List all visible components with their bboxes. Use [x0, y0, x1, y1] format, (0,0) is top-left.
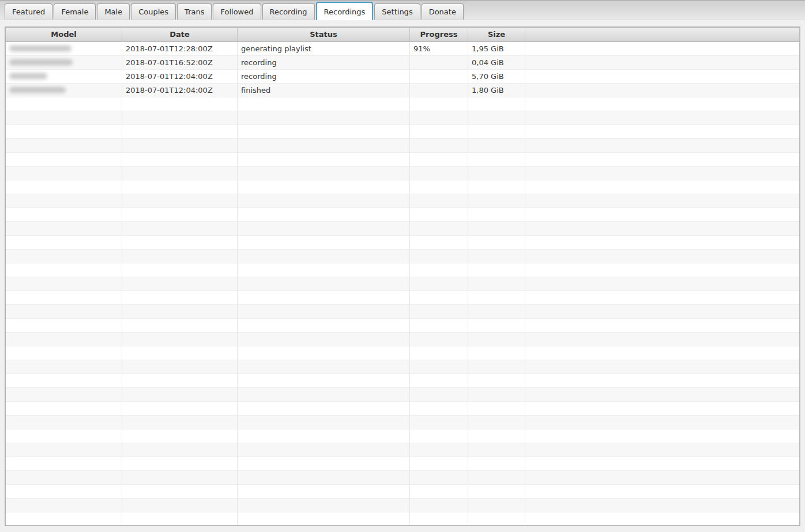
cell-date: [122, 319, 238, 333]
redacted-model-name: [9, 46, 72, 52]
cell-filler: [525, 277, 799, 291]
cell-filler: [525, 97, 799, 111]
table-row[interactable]: 2018-07-01T12:28:00Zgenerating playlist9…: [6, 42, 799, 56]
cell-model: [6, 222, 122, 236]
cell-progress: [410, 277, 468, 291]
table-row-empty: [6, 319, 799, 333]
cell-filler: [525, 305, 799, 319]
cell-status: [238, 499, 410, 512]
cell-size: [468, 139, 525, 153]
cell-status: [238, 485, 410, 499]
table-row-empty: [6, 346, 799, 360]
cell-progress: [410, 263, 468, 277]
cell-date: [122, 346, 238, 360]
cell-filler: [525, 167, 799, 180]
cell-status: [238, 263, 410, 277]
cell-status: [238, 402, 410, 416]
column-header-status[interactable]: Status: [238, 28, 410, 41]
cell-status: [238, 416, 410, 429]
cell-filler: [525, 360, 799, 374]
cell-progress: [410, 499, 468, 512]
cell-progress: [410, 56, 468, 70]
table-row-empty: [6, 277, 799, 291]
tab-male[interactable]: Male: [97, 3, 130, 20]
cell-date: [122, 443, 238, 457]
redacted-model-name: [9, 87, 66, 93]
cell-size: [468, 167, 525, 180]
cell-filler: [525, 42, 799, 56]
cell-progress: [410, 471, 468, 485]
cell-filler: [525, 429, 799, 443]
cell-status: [238, 374, 410, 388]
cell-filler: [525, 208, 799, 222]
tab-trans[interactable]: Trans: [177, 3, 212, 20]
cell-size: [468, 485, 525, 499]
cell-date: [122, 402, 238, 416]
cell-progress: [410, 360, 468, 374]
table-row[interactable]: 2018-07-01T12:04:00Zrecording5,70 GiB: [6, 70, 799, 84]
cell-size: [468, 180, 525, 194]
cell-progress: [410, 222, 468, 236]
column-header-filler: [525, 28, 799, 41]
tab-female[interactable]: Female: [54, 3, 96, 20]
redacted-model-name: [9, 73, 47, 80]
cell-filler: [525, 125, 799, 139]
tab-donate[interactable]: Donate: [422, 3, 464, 20]
cell-model: [6, 429, 122, 443]
cell-model: [6, 42, 122, 56]
column-header-progress[interactable]: Progress: [410, 28, 468, 41]
tab-featured[interactable]: Featured: [5, 3, 52, 20]
cell-date: [122, 125, 238, 139]
column-header-model[interactable]: Model: [6, 28, 122, 41]
cell-date: [122, 360, 238, 374]
cell-model: [6, 499, 122, 512]
table-row-empty: [6, 97, 799, 111]
cell-model: [6, 236, 122, 250]
tab-settings[interactable]: Settings: [374, 3, 420, 20]
cell-filler: [525, 250, 799, 263]
cell-size: [468, 277, 525, 291]
cell-date: [122, 305, 238, 319]
cell-model: [6, 319, 122, 333]
cell-status: [238, 443, 410, 457]
tab-couples[interactable]: Couples: [131, 3, 176, 20]
tab-recordings[interactable]: Recordings: [316, 2, 374, 20]
cell-date: [122, 485, 238, 499]
cell-filler: [525, 346, 799, 360]
cell-size: [468, 208, 525, 222]
cell-size: 5,70 GiB: [468, 70, 525, 84]
tab-recording[interactable]: Recording: [262, 3, 315, 20]
cell-filler: [525, 388, 799, 402]
cell-size: [468, 222, 525, 236]
cell-progress: [410, 208, 468, 222]
cell-status: [238, 236, 410, 250]
cell-model: [6, 333, 122, 346]
table-row-empty: [6, 125, 799, 139]
cell-progress: [410, 402, 468, 416]
table-row[interactable]: 2018-07-01T16:52:00Zrecording0,04 GiB: [6, 56, 799, 70]
cell-size: [468, 416, 525, 429]
cell-date: [122, 388, 238, 402]
cell-date: [122, 263, 238, 277]
cell-size: [468, 125, 525, 139]
cell-status: [238, 139, 410, 153]
cell-date: [122, 208, 238, 222]
cell-status: finished: [238, 84, 410, 97]
column-header-date[interactable]: Date: [122, 28, 238, 41]
column-header-size[interactable]: Size: [468, 28, 525, 41]
table-row[interactable]: 2018-07-01T12:04:00Zfinished1,80 GiB: [6, 84, 799, 97]
cell-date: [122, 291, 238, 305]
cell-progress: [410, 291, 468, 305]
cell-model: [6, 84, 122, 97]
cell-filler: [525, 443, 799, 457]
cell-progress: [410, 153, 468, 167]
table-row-empty: [6, 457, 799, 471]
cell-size: [468, 333, 525, 346]
cell-progress: [410, 319, 468, 333]
cell-status: [238, 208, 410, 222]
cell-filler: [525, 139, 799, 153]
cell-status: [238, 167, 410, 180]
cell-model: [6, 97, 122, 111]
tab-followed[interactable]: Followed: [213, 3, 261, 20]
cell-size: [468, 402, 525, 416]
